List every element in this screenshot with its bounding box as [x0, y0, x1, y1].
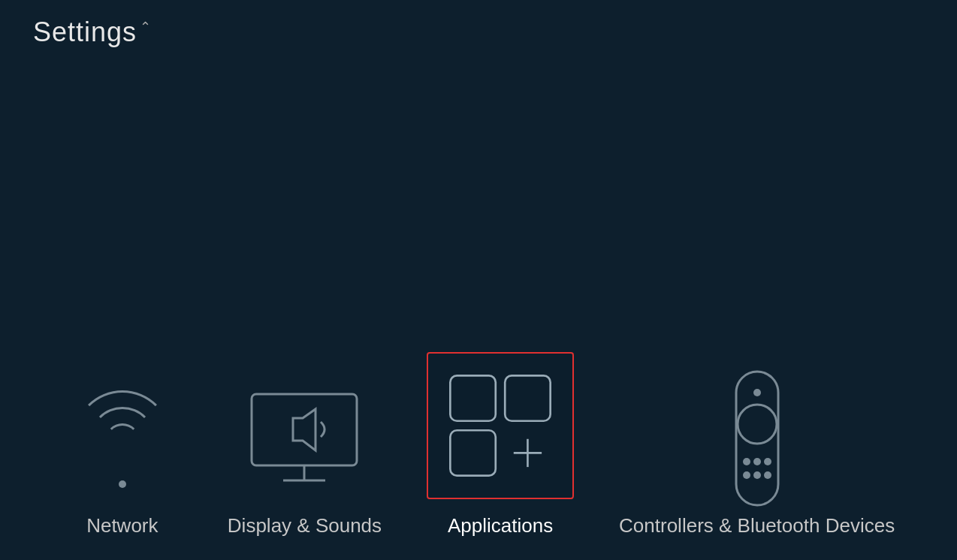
apps-icon [440, 366, 560, 486]
svg-point-16 [753, 471, 761, 479]
applications-label: Applications [448, 514, 553, 537]
svg-point-14 [764, 458, 771, 465]
controllers-icon-wrap [697, 379, 817, 499]
settings-item-display-sounds[interactable]: Display & Sounds [228, 379, 382, 537]
settings-grid: Network Display & Sounds [0, 352, 957, 537]
applications-icon-wrap [427, 352, 574, 499]
svg-point-11 [753, 389, 761, 396]
network-icon-wrap [62, 379, 183, 499]
svg-point-13 [753, 458, 761, 465]
svg-point-15 [743, 471, 750, 479]
remote-icon [697, 379, 817, 499]
svg-point-12 [743, 458, 750, 465]
svg-rect-6 [450, 430, 495, 475]
svg-rect-0 [252, 394, 357, 465]
svg-rect-5 [505, 375, 550, 420]
page-title: Settings⌃ [33, 17, 152, 48]
tv-icon [244, 379, 364, 499]
title-text: Settings [33, 17, 137, 47]
svg-point-17 [764, 471, 771, 479]
controllers-label: Controllers & Bluetooth Devices [619, 514, 895, 537]
notification-icon: ⌃ [140, 20, 152, 35]
display-sounds-label: Display & Sounds [228, 514, 382, 537]
settings-item-network[interactable]: Network [62, 379, 183, 537]
settings-item-applications[interactable]: Applications [427, 352, 574, 537]
network-label: Network [86, 514, 158, 537]
svg-point-10 [738, 405, 777, 444]
svg-rect-4 [450, 375, 495, 420]
network-icon-container [62, 379, 183, 499]
svg-marker-1 [293, 409, 315, 450]
wifi-icon [70, 390, 175, 488]
settings-item-controllers[interactable]: Controllers & Bluetooth Devices [619, 379, 895, 537]
display-sounds-icon-wrap [244, 379, 364, 499]
